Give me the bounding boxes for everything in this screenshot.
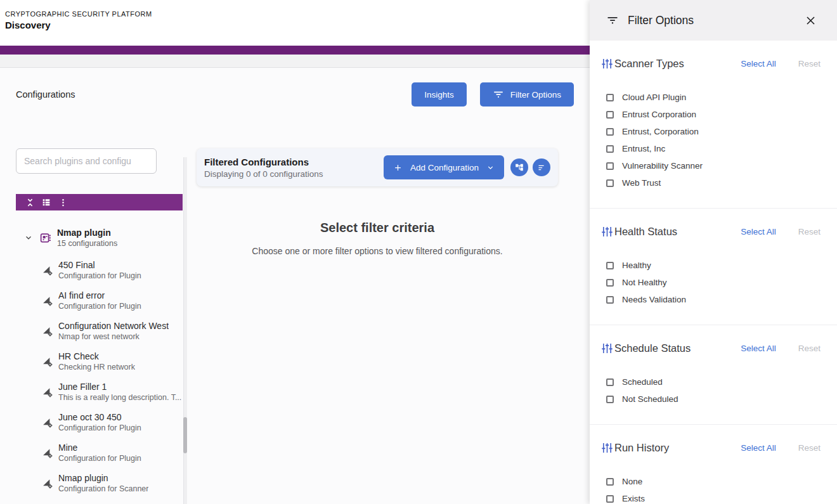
chevron-down-icon[interactable] bbox=[24, 233, 33, 242]
filter-panel-header: Filter Options bbox=[590, 0, 837, 41]
add-configuration-button[interactable]: Add Configuration bbox=[384, 155, 504, 179]
network-config-icon bbox=[42, 356, 53, 367]
checkbox[interactable] bbox=[606, 179, 614, 187]
checkbox[interactable] bbox=[606, 94, 614, 101]
close-panel-button[interactable] bbox=[803, 13, 818, 28]
config-list-item[interactable]: AI find error Configuration for Plugin bbox=[0, 285, 188, 316]
filter-option-row[interactable]: Scheduled bbox=[601, 373, 821, 391]
platform-label: CRYPTOGRAPHIC SECURITY PLATFORM bbox=[5, 10, 590, 18]
network-config-icon bbox=[42, 417, 53, 428]
sidebar-scrollbar-track[interactable] bbox=[183, 157, 187, 504]
select-all-link[interactable]: Select All bbox=[741, 59, 776, 68]
reset-link[interactable]: Reset bbox=[798, 344, 821, 353]
filter-option-label: Entrust, Corporation bbox=[622, 127, 699, 136]
filter-section-title: Schedule Status bbox=[614, 342, 691, 354]
config-item-subtitle: Configuration for Plugin bbox=[58, 423, 141, 432]
checkbox[interactable] bbox=[606, 128, 614, 136]
filter-option-row[interactable]: Exists bbox=[601, 490, 821, 504]
filter-option-row[interactable]: Vulnerability Scanner bbox=[601, 157, 821, 174]
search-input[interactable] bbox=[16, 148, 157, 174]
network-config-icon bbox=[42, 387, 53, 397]
config-list-item[interactable]: HR Check Checking HR network bbox=[0, 346, 188, 377]
empty-state: Select filter criteria Choose one or mor… bbox=[197, 221, 558, 256]
filter-section: Run History Select All Reset None Exists bbox=[590, 425, 837, 504]
filter-options-list: Healthy Not Healthy Needs Validation bbox=[601, 257, 821, 325]
empty-state-title: Select filter criteria bbox=[197, 221, 558, 235]
config-list-item[interactable]: 450 Final Configuration for Plugin bbox=[0, 255, 188, 285]
tune-sliders-icon bbox=[601, 342, 613, 354]
filter-option-row[interactable]: Needs Validation bbox=[601, 291, 821, 308]
select-all-link[interactable]: Select All bbox=[741, 443, 776, 453]
sort-icon bbox=[537, 163, 547, 172]
filter-option-row[interactable]: Not Scheduled bbox=[601, 391, 821, 408]
filter-options-list: None Exists bbox=[601, 473, 821, 504]
plugin-group-title: Nmap plugin bbox=[57, 228, 117, 238]
plugin-group-row[interactable]: Nmap plugin 15 configurations bbox=[0, 221, 188, 255]
checkbox[interactable] bbox=[606, 145, 614, 153]
more-options-icon[interactable] bbox=[58, 197, 68, 207]
tree-view-button[interactable] bbox=[510, 158, 528, 176]
checkbox[interactable] bbox=[606, 478, 614, 486]
sub-header-strip bbox=[0, 55, 590, 68]
filter-option-row[interactable]: Cloud API Plugin bbox=[601, 89, 821, 106]
config-item-title: June oct 30 450 bbox=[58, 412, 141, 422]
network-config-icon bbox=[42, 295, 53, 306]
filter-section-title: Health Status bbox=[614, 226, 677, 238]
config-list: 450 Final Configuration for Plugin AI fi… bbox=[0, 255, 188, 498]
checkbox[interactable] bbox=[606, 495, 614, 503]
reset-link[interactable]: Reset bbox=[798, 443, 821, 453]
filter-option-label: Web Trust bbox=[622, 178, 661, 188]
filter-icon bbox=[493, 89, 504, 100]
config-item-title: AI find error bbox=[58, 290, 141, 300]
select-all-link[interactable]: Select All bbox=[741, 227, 776, 236]
checkbox[interactable] bbox=[606, 279, 614, 287]
sort-button[interactable] bbox=[533, 158, 550, 176]
config-item-title: Configuration Network West bbox=[58, 321, 169, 331]
filter-option-row[interactable]: None bbox=[601, 473, 821, 490]
list-view-icon[interactable] bbox=[41, 197, 51, 207]
sidebar-toolbar bbox=[16, 194, 183, 210]
checkbox[interactable] bbox=[606, 396, 614, 403]
network-config-icon bbox=[42, 448, 53, 458]
filter-option-label: Entrust, Inc bbox=[622, 144, 665, 153]
collapse-all-icon[interactable] bbox=[25, 197, 35, 207]
filter-option-row[interactable]: Not Healthy bbox=[601, 274, 821, 291]
reset-link[interactable]: Reset bbox=[798, 227, 821, 236]
plus-icon bbox=[393, 163, 403, 172]
checkbox[interactable] bbox=[606, 162, 614, 170]
filter-option-row[interactable]: Entrust, Corporation bbox=[601, 123, 821, 140]
select-all-link[interactable]: Select All bbox=[741, 344, 776, 353]
close-icon bbox=[805, 15, 817, 27]
filter-section: Schedule Status Select All Reset Schedul… bbox=[590, 325, 837, 425]
checkbox[interactable] bbox=[606, 262, 614, 269]
config-item-title: Mine bbox=[58, 443, 141, 453]
config-list-item[interactable]: Nmap plugin Configuration for Scanner bbox=[0, 468, 188, 498]
filter-option-row[interactable]: Entrust, Inc bbox=[601, 140, 821, 157]
filter-options-button[interactable]: Filter Options bbox=[480, 82, 574, 107]
filter-option-label: None bbox=[622, 477, 642, 486]
filter-icon bbox=[606, 14, 619, 27]
config-item-subtitle: Nmap for west network bbox=[58, 332, 169, 341]
filter-option-row[interactable]: Web Trust bbox=[601, 174, 821, 191]
filter-section-title: Run History bbox=[614, 442, 669, 454]
filter-option-row[interactable]: Healthy bbox=[601, 257, 821, 274]
filter-option-row[interactable]: Entrust Corporation bbox=[601, 106, 821, 123]
filtered-configurations-card: Filtered Configurations Displaying 0 of … bbox=[197, 148, 558, 186]
reset-link[interactable]: Reset bbox=[798, 59, 821, 68]
config-list-item[interactable]: Configuration Network West Nmap for west… bbox=[0, 316, 188, 346]
checkbox[interactable] bbox=[606, 111, 614, 119]
config-list-item[interactable]: June Filler 1 This is a really long desc… bbox=[0, 377, 188, 407]
config-item-subtitle: Configuration for Scanner bbox=[58, 484, 148, 493]
plugin-chip-icon bbox=[39, 232, 51, 244]
checkbox[interactable] bbox=[606, 378, 614, 386]
sidebar-scrollbar-thumb[interactable] bbox=[183, 417, 187, 453]
checkbox[interactable] bbox=[606, 296, 614, 304]
config-list-item[interactable]: Mine Configuration for Plugin bbox=[0, 437, 188, 468]
insights-button[interactable]: Insights bbox=[412, 82, 467, 107]
network-config-icon bbox=[42, 478, 53, 489]
tune-sliders-icon bbox=[601, 442, 613, 454]
config-list-item[interactable]: June oct 30 450 Configuration for Plugin bbox=[0, 407, 188, 437]
filter-option-label: Not Scheduled bbox=[622, 394, 678, 404]
filter-options-panel: Filter Options bbox=[590, 0, 837, 504]
chevron-down-icon bbox=[486, 164, 495, 172]
